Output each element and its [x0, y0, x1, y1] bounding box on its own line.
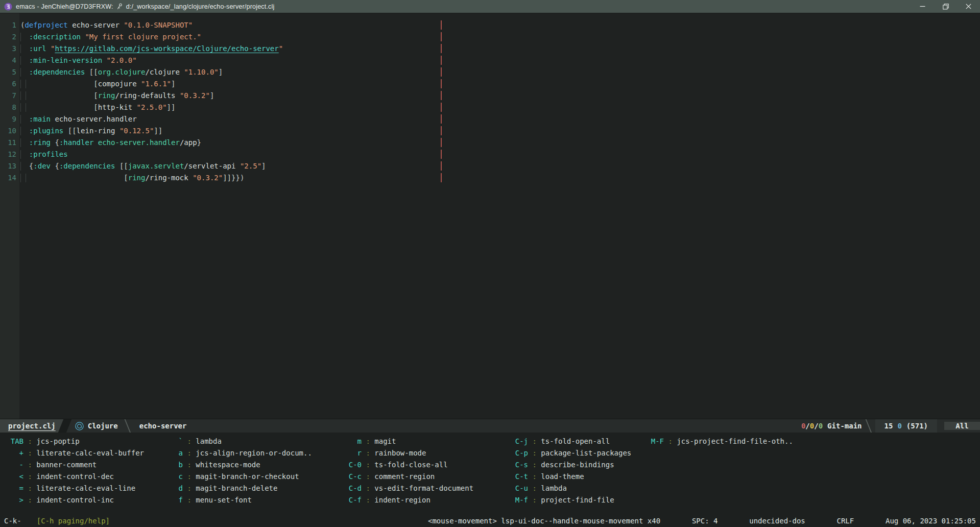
key-label: C-d [332, 483, 362, 494]
echo-area: C-k- [C-h paging/help] <mouse-movement> … [0, 515, 980, 527]
code-text: :dependencies [[org.clojure/clojure "1.1… [19, 66, 223, 78]
key-separator: : [362, 436, 374, 447]
line-number: 13 [0, 160, 19, 172]
command-name: indent-control-inc [36, 494, 114, 506]
code-text: :ring {:handler echo-server.handler/app} [19, 137, 201, 149]
command-name: lambda [541, 483, 567, 494]
command-name: lambda [196, 436, 222, 447]
code-line: 4 :min-lein-version "2.0.0" [0, 55, 980, 66]
key-label: C-c [332, 471, 362, 483]
spc-indicator: SPC: 4 [692, 517, 718, 525]
key-separator: : [23, 436, 36, 447]
code-line: 9 :main echo-server.handler [0, 113, 980, 125]
project-name-tab[interactable]: echo-server [134, 419, 192, 433]
whichkey-binding: C-c : comment-region [332, 471, 473, 483]
key-label: M-F [634, 436, 664, 447]
modeline-separator [124, 419, 131, 433]
mouse-movement-message: <mouse-movement> lsp-ui-doc--handle-mous… [428, 517, 660, 525]
code-text: :description "My first clojure project." [19, 31, 201, 43]
code-line: 1(defproject echo-server "0.1.0-SNAPSHOT… [0, 19, 980, 31]
command-name: describe-bindings [541, 459, 614, 471]
code-text: :url "https://gitlab.com/jcs-workspace/C… [19, 43, 283, 55]
whichkey-binding: c : magit-branch-or-checkout [153, 471, 312, 483]
line-number: 3 [0, 43, 19, 55]
command-name: literate-calc-eval-line [36, 483, 135, 494]
encoding-indicator[interactable]: undecided-dos [749, 517, 805, 525]
titlebar: emacs - JenChieh@D7D3FRXW: d:/_workspace… [0, 0, 980, 13]
whichkey-binding: + : literate-calc-eval-buffer [2, 447, 144, 459]
whichkey-binding: f : menu-set-font [153, 494, 312, 506]
line-number: 12 [0, 149, 19, 160]
key-label: C-s [498, 459, 528, 471]
command-name: package-list-packages [541, 447, 631, 459]
code-line: 7 [ring/ring-defaults "0.3.2"] [0, 90, 980, 102]
key-separator: : [362, 459, 374, 471]
whichkey-binding: b : whitespace-mode [153, 459, 312, 471]
close-button[interactable] [957, 0, 980, 13]
code-line: 8 [http-kit "2.5.0"]] [0, 102, 980, 113]
key-separator: : [362, 471, 374, 483]
key-separator: : [362, 494, 374, 506]
restore-button[interactable] [934, 0, 957, 13]
key-label: TAB [2, 436, 23, 447]
command-name: magit-branch-or-checkout [196, 471, 299, 483]
code-text: [compojure "1.6.1"] [19, 78, 175, 90]
code-text: :profiles [19, 149, 68, 160]
command-name: jcs-project-find-file-oth.. [677, 436, 793, 447]
whichkey-binding: C-t : load-theme [498, 471, 631, 483]
key-separator: : [528, 494, 541, 506]
key-separator: : [664, 436, 677, 447]
key-label: c [153, 471, 183, 483]
key-label: < [2, 471, 23, 483]
code-text: :main echo-server.handler [19, 113, 137, 125]
code-line: 2 :description "My first clojure project… [0, 31, 980, 43]
editor-buffer[interactable]: 1(defproject echo-server "0.1.0-SNAPSHOT… [0, 13, 980, 419]
line-number: 6 [0, 78, 19, 90]
line-number: 14 [0, 172, 19, 184]
indent-guide [20, 174, 21, 182]
clojure-logo-icon [75, 422, 84, 430]
eol-indicator[interactable]: CRLF [837, 517, 854, 525]
cursor-position: 15 0 (571) [875, 419, 937, 433]
major-mode-tab[interactable]: Clojure [70, 419, 121, 433]
key-separator: : [183, 494, 196, 506]
key-label: C-0 [332, 459, 362, 471]
command-name: banner-comment [36, 459, 97, 471]
whichkey-binding: < : indent-control-dec [2, 471, 144, 483]
key-label: C-j [498, 436, 528, 447]
whichkey-binding: C-0 : ts-fold-close-all [332, 459, 473, 471]
code-line: 6 [compojure "1.6.1"] [0, 78, 980, 90]
key-label: b [153, 459, 183, 471]
command-name: menu-set-font [196, 494, 252, 506]
code-lines: 1(defproject echo-server "0.1.0-SNAPSHOT… [0, 19, 980, 184]
vc-status[interactable]: 0/0/0 Git-main [801, 422, 862, 430]
whichkey-binding: r : rainbow-mode [332, 447, 473, 459]
indent-guide [20, 68, 21, 77]
minimize-button[interactable] [911, 0, 934, 13]
whichkey-column: m : magitr : rainbow-modeC-0 : ts-fold-c… [332, 436, 473, 506]
key-separator: : [528, 459, 541, 471]
code-text: [ring/ring-mock "0.3.2"]]}}) [19, 172, 244, 184]
key-label: f [153, 494, 183, 506]
command-name: ts-fold-open-all [541, 436, 610, 447]
command-name: vs-edit-format-document [374, 483, 473, 494]
whichkey-binding: ` : lambda [153, 436, 312, 447]
pushpin-icon [117, 3, 123, 10]
whichkey-binding: = : literate-calc-eval-line [2, 483, 144, 494]
whichkey-binding: C-j : ts-fold-open-all [498, 436, 631, 447]
key-label: + [2, 447, 23, 459]
buffer-name-tab[interactable]: project.clj [0, 419, 64, 433]
indent-guide [20, 103, 21, 112]
indent-guide [20, 80, 21, 88]
key-separator: : [183, 459, 196, 471]
command-name: comment-region [374, 471, 435, 483]
code-line: 14 [ring/ring-mock "0.3.2"]]}}) [0, 172, 980, 184]
whichkey-binding: M-F : jcs-project-find-file-oth.. [634, 436, 793, 447]
key-separator: : [23, 471, 36, 483]
key-label: C-u [498, 483, 528, 494]
key-separator: : [23, 483, 36, 494]
indent-guide [20, 44, 21, 53]
command-name: rainbow-mode [374, 447, 426, 459]
key-separator: : [362, 447, 374, 459]
line-number: 11 [0, 137, 19, 149]
